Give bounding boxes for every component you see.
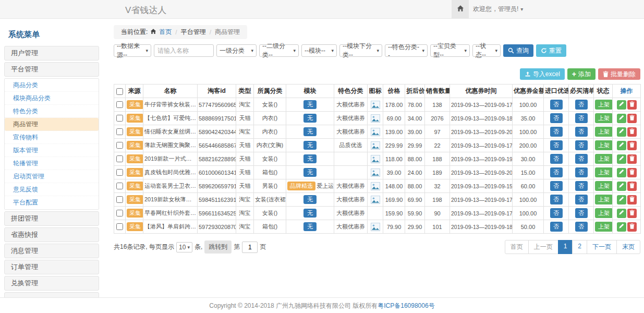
status-toggle[interactable]: 上架 xyxy=(595,167,613,177)
import-select-toggle[interactable]: 否 xyxy=(550,195,563,204)
level1-category-filter[interactable]: 一级分类▾ xyxy=(216,44,257,57)
home-button[interactable] xyxy=(452,0,469,18)
pager-item[interactable]: 上一页 xyxy=(528,240,558,254)
import-select-toggle[interactable]: 否 xyxy=(550,222,563,231)
row-checkbox[interactable] xyxy=(116,210,123,216)
status-toggle[interactable]: 上架 xyxy=(595,100,613,109)
edit-button[interactable] xyxy=(617,127,626,137)
status-toggle[interactable]: 上架 xyxy=(595,222,613,231)
jump-page-input[interactable] xyxy=(242,242,258,253)
status-toggle[interactable]: 上架 xyxy=(595,140,613,150)
edit-button[interactable] xyxy=(617,141,626,150)
per-page-select[interactable]: 10▾ xyxy=(176,242,192,252)
edit-button[interactable] xyxy=(617,222,626,232)
sidebar-group[interactable]: 平台管理 xyxy=(4,62,99,77)
import-select-toggle[interactable]: 否 xyxy=(550,140,563,150)
search-button[interactable]: 查询 xyxy=(503,44,533,57)
edit-button[interactable] xyxy=(617,195,626,204)
must-buy-toggle[interactable]: 否 xyxy=(575,222,588,231)
must-buy-toggle[interactable]: 否 xyxy=(575,113,588,123)
sidebar-item[interactable]: 模块商品分类 xyxy=(5,92,99,105)
delete-button[interactable] xyxy=(627,168,637,177)
import-select-toggle[interactable]: 否 xyxy=(550,181,563,190)
level2-category-filter[interactable]: --二级分类--▾ xyxy=(259,44,299,57)
data-source-filter[interactable]: --数据来源--▾ xyxy=(114,44,151,57)
row-checkbox[interactable] xyxy=(116,128,123,135)
row-checkbox[interactable] xyxy=(116,196,123,203)
status-toggle[interactable]: 上架 xyxy=(595,113,613,123)
pager-item[interactable]: 下一页 xyxy=(587,240,617,254)
sidebar-group[interactable]: 消息管理 xyxy=(4,244,99,258)
must-buy-toggle[interactable]: 否 xyxy=(575,208,588,218)
sidebar-group[interactable]: 拼团管理 xyxy=(4,211,99,226)
import-select-toggle[interactable]: 否 xyxy=(550,208,563,218)
sidebar-item[interactable]: 宣传物料 xyxy=(5,131,99,144)
sidebar-item[interactable]: 平台配置 xyxy=(5,196,99,209)
delete-button[interactable] xyxy=(627,209,637,218)
delete-button[interactable] xyxy=(627,127,637,137)
sidebar-item[interactable]: 商品分类 xyxy=(5,79,99,92)
import-select-toggle[interactable]: 否 xyxy=(550,167,563,177)
pager-item[interactable]: 末页 xyxy=(616,240,640,254)
feature-category-filter[interactable]: --特色分类--▾ xyxy=(385,44,428,57)
status-toggle[interactable]: 上架 xyxy=(595,208,613,218)
must-buy-toggle[interactable]: 否 xyxy=(575,140,588,150)
import-select-toggle[interactable]: 否 xyxy=(550,100,563,109)
pager-item[interactable]: 2 xyxy=(572,240,587,254)
sidebar-item[interactable]: 启动页管理 xyxy=(5,170,99,183)
edit-button[interactable] xyxy=(617,100,626,110)
status-toggle[interactable]: 上架 xyxy=(595,154,613,163)
must-buy-toggle[interactable]: 否 xyxy=(575,167,588,177)
row-checkbox[interactable] xyxy=(116,142,123,149)
sidebar-item[interactable]: 轮播管理 xyxy=(5,157,99,170)
import-select-toggle[interactable]: 否 xyxy=(550,154,563,163)
must-buy-toggle[interactable]: 否 xyxy=(575,100,588,109)
pager-item[interactable]: 1 xyxy=(558,240,573,254)
row-checkbox[interactable] xyxy=(116,223,123,230)
must-buy-toggle[interactable]: 否 xyxy=(575,127,588,136)
edit-button[interactable] xyxy=(617,168,626,177)
name-search-input[interactable] xyxy=(154,44,214,57)
delete-button[interactable] xyxy=(627,154,637,164)
sidebar-item[interactable]: 商品管理 xyxy=(5,118,99,131)
sidebar-group[interactable]: 用户管理 xyxy=(4,46,99,61)
reset-button[interactable]: 重置 xyxy=(536,44,566,57)
select-all-checkbox[interactable] xyxy=(116,88,123,95)
batch-delete-button[interactable]: 批量删除 xyxy=(598,68,640,80)
row-checkbox[interactable] xyxy=(116,155,123,162)
delete-button[interactable] xyxy=(627,141,637,150)
row-checkbox[interactable] xyxy=(116,101,123,108)
item-type-filter[interactable]: --宝贝类型--▾ xyxy=(430,44,470,57)
must-buy-toggle[interactable]: 否 xyxy=(575,181,588,190)
delete-button[interactable] xyxy=(627,195,637,204)
import-select-toggle[interactable]: 否 xyxy=(550,113,563,123)
row-checkbox[interactable] xyxy=(116,169,123,176)
status-filter[interactable]: --状态--▾ xyxy=(472,44,501,57)
delete-button[interactable] xyxy=(627,114,637,123)
import-select-toggle[interactable]: 否 xyxy=(550,127,563,136)
import-excel-button[interactable]: 导入excel xyxy=(520,68,565,80)
sidebar-item[interactable]: 意见反馈 xyxy=(5,183,99,196)
sidebar-group[interactable]: 兑换管理 xyxy=(4,276,99,291)
edit-button[interactable] xyxy=(617,154,626,164)
sidebar-item[interactable]: 特色分类 xyxy=(5,105,99,118)
jump-button[interactable]: 跳转到 xyxy=(204,240,232,254)
user-menu[interactable]: 欢迎您，管理员!▾ xyxy=(473,0,523,18)
pager-item[interactable]: 首页 xyxy=(505,240,529,254)
sidebar-item[interactable]: 版本管理 xyxy=(5,144,99,157)
status-toggle[interactable]: 上架 xyxy=(595,127,613,136)
must-buy-toggle[interactable]: 否 xyxy=(575,154,588,163)
delete-button[interactable] xyxy=(627,182,637,191)
edit-button[interactable] xyxy=(617,182,626,191)
status-toggle[interactable]: 上架 xyxy=(595,195,613,204)
sidebar-group[interactable]: 订单管理 xyxy=(4,260,99,274)
must-buy-toggle[interactable]: 否 xyxy=(575,195,588,204)
breadcrumb-home-link[interactable]: 首页 xyxy=(159,28,172,37)
module-filter[interactable]: --模块--▾ xyxy=(301,44,337,57)
edit-button[interactable] xyxy=(617,209,626,218)
delete-button[interactable] xyxy=(627,222,637,232)
row-checkbox[interactable] xyxy=(116,183,123,189)
delete-button[interactable] xyxy=(627,100,637,110)
icp-link[interactable]: 粤ICP备16098006号 xyxy=(378,302,434,309)
row-checkbox[interactable] xyxy=(116,115,123,122)
